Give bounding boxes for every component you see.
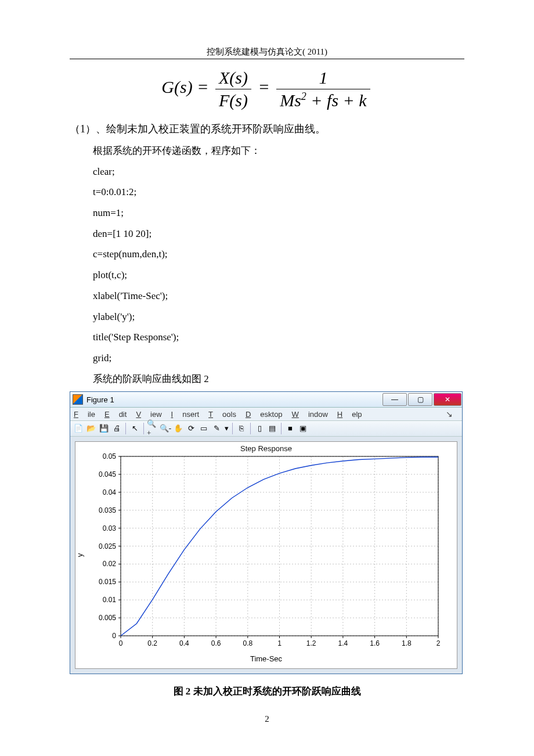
- hide-plot-icon[interactable]: ■: [284, 423, 296, 434]
- legend-icon[interactable]: ▤: [266, 423, 278, 434]
- menu-file[interactable]: File: [74, 410, 95, 419]
- code-line: clear;: [93, 161, 464, 182]
- transfer-function-equation: G(s) = X(s)F(s) = 1Ms2 + fs + k: [70, 68, 464, 110]
- page-number: 2: [70, 714, 464, 724]
- chart-title: Step Response: [75, 442, 457, 453]
- svg-text:1: 1: [277, 639, 282, 647]
- open-icon[interactable]: 📂: [85, 423, 97, 434]
- code-line: plot(t,c);: [93, 265, 464, 286]
- svg-text:2: 2: [436, 639, 441, 647]
- svg-text:0.035: 0.035: [99, 506, 116, 514]
- new-icon[interactable]: 📄: [73, 423, 84, 434]
- matlab-figure-window: Figure 1 — ▢ ✕ File Edit View Insert Too…: [70, 391, 463, 674]
- svg-text:0.05: 0.05: [103, 453, 117, 460]
- code-line: grid;: [93, 348, 464, 369]
- toolbar: 📄 📂 💾 🖨 ↖ 🔍+ 🔍- ✋ ⟳ ▭ ✎ ▾ ⎘ ▯ ▤ ■ ▣: [70, 421, 462, 437]
- svg-text:0.02: 0.02: [103, 560, 117, 568]
- svg-text:0.005: 0.005: [99, 614, 116, 622]
- matlab-logo-icon: [73, 394, 83, 405]
- y-axis-label: y: [75, 553, 84, 557]
- dock-icon[interactable]: ▣: [297, 423, 309, 434]
- svg-text:0.4: 0.4: [179, 639, 189, 647]
- pan-icon[interactable]: ✋: [172, 423, 184, 434]
- data-cursor-icon[interactable]: ▭: [198, 423, 210, 434]
- svg-text:0.015: 0.015: [99, 578, 116, 586]
- intro-text: 根据系统的开环传递函数，程序如下：: [93, 141, 464, 161]
- svg-text:0: 0: [119, 639, 123, 647]
- code-line: t=0:0.01:2;: [93, 182, 464, 203]
- after-code-text: 系统的阶跃响应曲线如图 2: [93, 369, 464, 390]
- zoom-in-icon[interactable]: 🔍+: [147, 423, 158, 434]
- rotate-icon[interactable]: ⟳: [185, 423, 197, 434]
- maximize-button[interactable]: ▢: [408, 393, 432, 406]
- svg-text:0.04: 0.04: [103, 488, 117, 496]
- svg-text:0.045: 0.045: [99, 470, 116, 478]
- code-line: c=step(num,den,t);: [93, 244, 464, 265]
- menu-bar: File Edit View Insert Tools Desktop Wind…: [70, 408, 462, 421]
- menu-edit[interactable]: Edit: [104, 410, 127, 419]
- svg-text:1.4: 1.4: [338, 639, 348, 647]
- menu-desktop[interactable]: Desktop: [246, 410, 283, 419]
- x-axis-label: Time-Sec: [75, 653, 457, 665]
- svg-text:0.2: 0.2: [147, 639, 157, 647]
- zoom-out-icon[interactable]: 🔍-: [160, 423, 171, 434]
- page-header: 控制系统建模与仿真论文( 2011): [70, 46, 464, 59]
- code-line: ylabel('y');: [93, 307, 464, 327]
- close-button[interactable]: ✕: [434, 393, 461, 406]
- code-line: den=[1 10 20];: [93, 224, 464, 244]
- menu-view[interactable]: View: [136, 410, 161, 419]
- menu-window[interactable]: Window: [292, 410, 328, 419]
- brush-icon[interactable]: ✎: [211, 423, 222, 434]
- colorbar-icon[interactable]: ▯: [254, 423, 265, 434]
- svg-text:1.6: 1.6: [370, 639, 380, 647]
- svg-text:1.8: 1.8: [402, 639, 412, 647]
- menu-help[interactable]: Help: [337, 410, 362, 419]
- print-icon[interactable]: 🖨: [111, 423, 122, 434]
- svg-text:0: 0: [112, 632, 116, 640]
- svg-text:0.01: 0.01: [103, 596, 117, 604]
- plot-area: Step Response y 00.20.40.60.811.21.41.61…: [70, 437, 462, 674]
- pointer-icon[interactable]: ↖: [129, 423, 140, 434]
- section-1-label: （1）、绘制未加入校正装置的系统开环阶跃响应曲线。: [70, 122, 464, 136]
- code-line: xlabel('Time-Sec');: [93, 286, 464, 307]
- svg-text:0.8: 0.8: [243, 639, 252, 647]
- step-response-chart: 00.20.40.60.811.21.41.61.8200.0050.010.0…: [75, 453, 456, 653]
- link-icon[interactable]: ⎘: [236, 423, 247, 434]
- code-line: title('Step Response');: [93, 327, 464, 348]
- minimize-button[interactable]: —: [383, 393, 407, 406]
- svg-text:0.6: 0.6: [211, 639, 221, 647]
- window-title: Figure 1: [86, 395, 114, 404]
- dropdown-icon[interactable]: ▾: [223, 423, 229, 434]
- svg-text:0.025: 0.025: [99, 542, 116, 550]
- save-icon[interactable]: 💾: [98, 423, 110, 434]
- dock-handle-icon[interactable]: ↘: [446, 409, 453, 419]
- menu-tools[interactable]: Tools: [208, 410, 236, 419]
- window-titlebar: Figure 1 — ▢ ✕: [70, 392, 462, 408]
- figure-caption: 图 2 未加入校正时系统的开环阶跃响应曲线: [70, 685, 464, 698]
- svg-text:1.2: 1.2: [306, 639, 316, 647]
- menu-insert[interactable]: Insert: [171, 410, 200, 419]
- svg-text:0.03: 0.03: [103, 524, 117, 532]
- code-line: num=1;: [93, 203, 464, 224]
